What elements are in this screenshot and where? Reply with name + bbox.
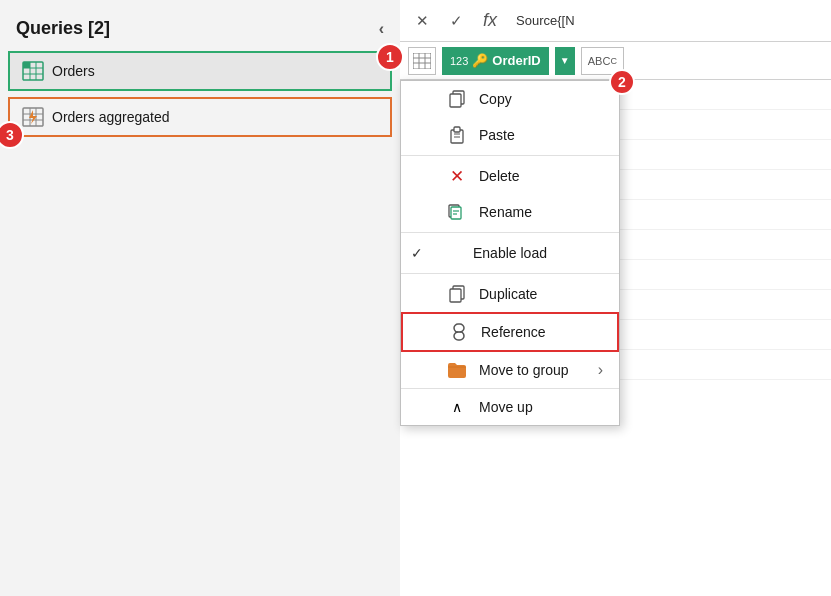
svg-rect-12 bbox=[413, 53, 431, 69]
col-type-badge: 123 🔑 OrderID bbox=[442, 47, 549, 75]
menu-item-reference[interactable]: Reference 2 bbox=[401, 312, 619, 352]
menu-item-duplicate[interactable]: Duplicate bbox=[401, 276, 619, 312]
query-item-orders[interactable]: Orders 1 bbox=[8, 51, 392, 91]
delete-label: Delete bbox=[479, 168, 603, 184]
menu-divider-2 bbox=[401, 232, 619, 233]
menu-divider-1 bbox=[401, 155, 619, 156]
menu-item-move-up[interactable]: ∧ Move up bbox=[401, 388, 619, 425]
table-type-icon bbox=[408, 47, 436, 75]
move-group-label: Move to group bbox=[479, 362, 586, 378]
query-orders-agg-label: Orders aggregated bbox=[52, 109, 170, 125]
rename-label: Rename bbox=[479, 204, 603, 220]
svg-rect-5 bbox=[23, 62, 30, 68]
svg-rect-24 bbox=[451, 207, 461, 219]
move-up-label: Move up bbox=[479, 399, 603, 415]
annotation-badge-3: 3 bbox=[0, 121, 24, 149]
svg-rect-28 bbox=[450, 289, 461, 302]
duplicate-icon bbox=[447, 284, 467, 304]
query-item-orders-aggregated[interactable]: Orders aggregated 3 bbox=[8, 97, 392, 137]
duplicate-label: Duplicate bbox=[479, 286, 603, 302]
enable-load-label: Enable load bbox=[473, 245, 603, 261]
menu-divider-3 bbox=[401, 273, 619, 274]
annotation-badge-1: 1 bbox=[376, 43, 404, 71]
collapse-icon[interactable]: ‹ bbox=[379, 20, 384, 38]
svg-rect-20 bbox=[454, 127, 460, 132]
dropdown-arrow-icon: ▼ bbox=[560, 55, 570, 66]
app-wrapper: Queries [2] ‹ Orders 1 bbox=[0, 0, 831, 596]
delete-icon: ✕ bbox=[447, 166, 467, 186]
menu-item-move-to-group[interactable]: Move to group › bbox=[401, 352, 619, 388]
table-icon-orders bbox=[22, 61, 44, 81]
col-type-dropdown[interactable]: ▼ bbox=[555, 47, 575, 75]
reference-label: Reference bbox=[481, 324, 601, 340]
context-menu: Copy Paste ✕ Delete bbox=[400, 80, 620, 426]
copy-label: Copy bbox=[479, 91, 603, 107]
annotation-badge-2: 2 bbox=[609, 69, 635, 95]
submenu-arrow-icon: › bbox=[598, 361, 603, 379]
formula-bar: ✕ ✓ fx Source{[N bbox=[400, 0, 831, 42]
bc-superscript: C bbox=[610, 56, 617, 66]
col-name: OrderID bbox=[492, 53, 540, 68]
copy-icon bbox=[447, 89, 467, 109]
table-icon-orders-agg bbox=[22, 107, 44, 127]
menu-item-copy[interactable]: Copy bbox=[401, 81, 619, 117]
cancel-icon: ✕ bbox=[416, 12, 429, 30]
confirm-icon: ✓ bbox=[450, 12, 463, 30]
chevron-up-icon: ∧ bbox=[447, 397, 467, 417]
fx-label: fx bbox=[483, 10, 497, 31]
cancel-button[interactable]: ✕ bbox=[408, 7, 436, 35]
col-key-icon: 🔑 bbox=[472, 53, 488, 68]
menu-item-enable-load[interactable]: ✓ Enable load bbox=[401, 235, 619, 271]
menu-item-delete[interactable]: ✕ Delete bbox=[401, 158, 619, 194]
col-type-label: 123 bbox=[450, 55, 468, 67]
abc-label: ABC bbox=[588, 55, 611, 67]
confirm-button[interactable]: ✓ bbox=[442, 7, 470, 35]
enable-load-check: ✓ bbox=[411, 245, 429, 261]
enable-load-icon bbox=[441, 243, 461, 263]
rename-icon bbox=[447, 202, 467, 222]
menu-item-paste[interactable]: Paste bbox=[401, 117, 619, 153]
menu-item-rename[interactable]: Rename bbox=[401, 194, 619, 230]
reference-icon bbox=[449, 322, 469, 342]
queries-panel: Queries [2] ‹ Orders 1 bbox=[0, 0, 400, 596]
query-orders-label: Orders bbox=[52, 63, 95, 79]
svg-rect-18 bbox=[450, 94, 461, 107]
paste-icon bbox=[447, 125, 467, 145]
queries-header: Queries [2] ‹ bbox=[0, 10, 400, 51]
paste-label: Paste bbox=[479, 127, 603, 143]
fx-button[interactable]: fx bbox=[476, 7, 504, 35]
queries-title: Queries [2] bbox=[16, 18, 110, 39]
folder-icon bbox=[447, 360, 467, 380]
formula-text: Source{[N bbox=[510, 11, 823, 30]
